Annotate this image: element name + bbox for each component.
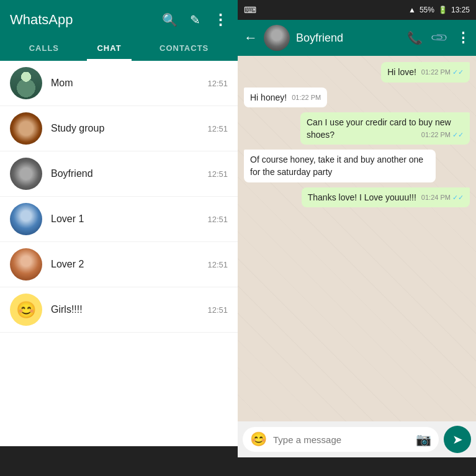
attachment-icon[interactable]: 📎 [429, 28, 449, 47]
chat-item-boyfriend[interactable]: Boyfriend 12:51 [0, 151, 238, 197]
message-5: Thanks love! I Love youuu!!! 01:24 PM ✓✓ [302, 187, 470, 208]
chat-time-mom: 12:51 [207, 79, 228, 88]
chat-header: ← Boyfriend 📞 📎 ⋮ [238, 20, 476, 56]
emoji-icon[interactable]: 😊 [250, 431, 267, 447]
search-icon[interactable]: 🔍 [162, 12, 177, 27]
back-button[interactable]: ← [244, 30, 258, 46]
status-bar: ⌨ ▲ 55% 🔋 13:25 [238, 0, 476, 20]
message-1: Hi love! 01:22 PM ✓✓ [381, 62, 470, 83]
chat-name-row-mom: Mom 12:51 [51, 78, 228, 89]
message-2: Hi honey! 01:22 PM [244, 88, 327, 108]
message-input[interactable] [273, 434, 410, 445]
message-4: Of course honey, take it and buy another… [244, 150, 436, 182]
chat-info-girls: Girls!!!! 12:51 [51, 304, 228, 315]
msg-text-2: Hi honey! [250, 92, 287, 102]
tabs: CALLS CHAT CONTACTS [10, 37, 228, 61]
chat-info-boyfriend: Boyfriend 12:51 [51, 168, 228, 179]
chat-name-boyfriend: Boyfriend [51, 168, 93, 179]
message-3: Can I use your credir card to buy new sh… [300, 112, 470, 145]
header-top: WhatsApp 🔍 ✎ ⋮ [10, 11, 228, 37]
avatar-girls: 😊 [10, 294, 42, 326]
avatar-lover1 [10, 203, 42, 235]
right-panel: ⌨ ▲ 55% 🔋 13:25 ← Boyfriend 📞 📎 ⋮ Hi lov… [238, 0, 476, 476]
header-icons: 🔍 ✎ ⋮ [162, 11, 228, 29]
chat-name-row-lover1: Lover 1 12:51 [51, 213, 228, 225]
chat-list: Mom 12:51 Study group 12:51 [0, 61, 238, 446]
tab-contacts[interactable]: CONTACTS [150, 37, 218, 61]
compose-icon[interactable]: ✎ [190, 12, 200, 27]
input-box: 😊 📷 [243, 427, 439, 452]
avatar-mom [10, 67, 42, 99]
chat-name-row-boyfriend: Boyfriend 12:51 [51, 168, 228, 179]
chat-name-study: Study group [51, 123, 104, 134]
more-icon[interactable]: ⋮ [213, 11, 228, 29]
msg-text-1: Hi love! [387, 67, 416, 77]
msg-meta-5: 01:24 PM ✓✓ [421, 193, 464, 202]
chat-item-mom[interactable]: Mom 12:51 [0, 61, 238, 106]
msg-ticks-1: ✓✓ [452, 68, 464, 76]
chat-time-boyfriend: 12:51 [207, 169, 228, 179]
avatar-boyfriend [10, 158, 42, 190]
chat-item-lover1[interactable]: Lover 1 12:51 [0, 197, 238, 242]
msg-ticks-5: ✓✓ [452, 194, 464, 201]
input-area: 😊 📷 ➤ [238, 421, 476, 457]
msg-meta-3: 01:22 PM ✓✓ [421, 130, 464, 140]
tab-calls[interactable]: CALLS [19, 37, 69, 61]
more-options-icon[interactable]: ⋮ [456, 30, 470, 46]
chat-name-lover2: Lover 2 [51, 259, 84, 270]
call-icon[interactable]: 📞 [407, 30, 423, 45]
chat-header-name: Boyfriend [296, 32, 401, 45]
msg-time-2: 01:22 PM [292, 94, 321, 101]
chat-info-lover1: Lover 1 12:51 [51, 213, 228, 225]
chat-name-row-girls: Girls!!!! 12:51 [51, 304, 228, 315]
msg-meta-1: 01:22 PM ✓✓ [421, 68, 464, 77]
keyboard-icon: ⌨ [244, 5, 256, 15]
send-icon: ➤ [452, 432, 463, 447]
chat-time-lover2: 12:51 [207, 260, 228, 269]
battery-percent: 55% [420, 6, 434, 14]
chat-name-row-lover2: Lover 2 12:51 [51, 259, 228, 270]
chat-item-girls[interactable]: 😊 Girls!!!! 12:51 [0, 287, 238, 333]
chat-info-study: Study group 12:51 [51, 123, 228, 134]
messages-area: Hi love! 01:22 PM ✓✓ Hi honey! 01:22 PM … [238, 56, 476, 421]
left-panel: WhatsApp 🔍 ✎ ⋮ CALLS CHAT CONTACTS Mom 1… [0, 0, 238, 476]
chat-time-girls: 12:51 [207, 305, 228, 315]
chat-item-study[interactable]: Study group 12:51 [0, 106, 238, 151]
msg-text-4: Of course honey, take it and buy another… [250, 155, 423, 177]
chat-name-girls: Girls!!!! [51, 304, 83, 315]
chat-name-row-study: Study group 12:51 [51, 123, 228, 134]
chat-time-lover1: 12:51 [207, 215, 228, 224]
left-header: WhatsApp 🔍 ✎ ⋮ CALLS CHAT CONTACTS [0, 0, 238, 61]
right-bottom-bar [238, 457, 476, 476]
clock: 13:25 [451, 6, 470, 14]
chat-info-mom: Mom 12:51 [51, 78, 228, 89]
msg-time-1: 01:22 PM [421, 68, 451, 76]
chat-time-study: 12:51 [207, 124, 228, 133]
chat-name-mom: Mom [51, 78, 73, 89]
msg-meta-2: 01:22 PM [292, 93, 321, 102]
send-button[interactable]: ➤ [444, 426, 471, 453]
chat-info-lover2: Lover 2 12:51 [51, 259, 228, 270]
signal-icon: ▲ [408, 6, 416, 14]
msg-text-5: Thanks love! I Love youuu!!! [308, 192, 416, 202]
msg-ticks-3: ✓✓ [452, 131, 464, 138]
msg-time-3: 01:22 PM [421, 131, 451, 138]
chat-name-lover1: Lover 1 [51, 213, 84, 225]
battery-icon: 🔋 [438, 6, 447, 14]
msg-time-5: 01:24 PM [421, 194, 451, 201]
camera-icon[interactable]: 📷 [416, 432, 431, 447]
tab-chat[interactable]: CHAT [87, 37, 131, 61]
left-bottom-bar [0, 446, 238, 476]
app-title: WhatsApp [10, 12, 73, 28]
avatar-study [10, 112, 42, 145]
chat-header-icons: 📞 📎 ⋮ [407, 30, 470, 46]
chat-header-avatar [264, 25, 290, 51]
avatar-lover2 [10, 248, 42, 281]
chat-item-lover2[interactable]: Lover 2 12:51 [0, 242, 238, 287]
